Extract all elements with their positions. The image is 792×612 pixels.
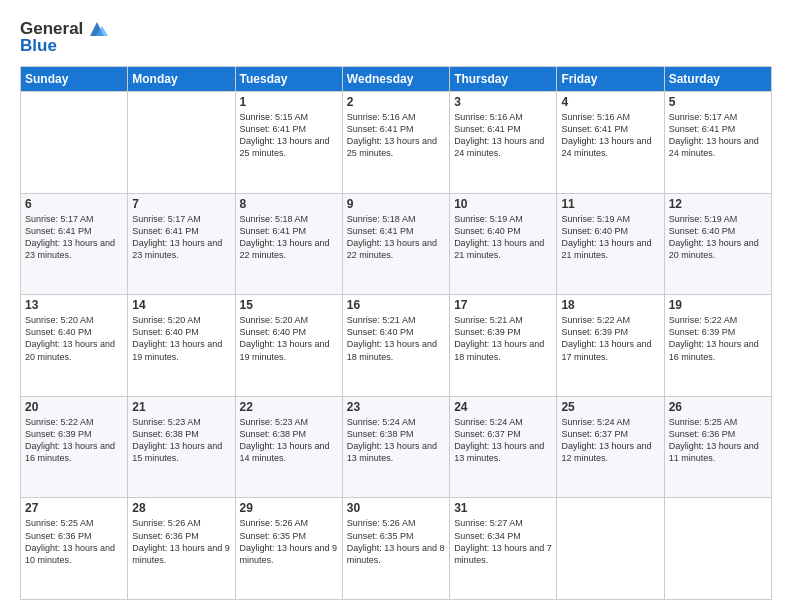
day-number: 19	[669, 298, 767, 312]
header: General Blue	[20, 18, 772, 56]
day-number: 11	[561, 197, 659, 211]
calendar-cell	[128, 92, 235, 194]
day-detail: Sunrise: 5:19 AMSunset: 6:40 PMDaylight:…	[561, 213, 659, 262]
weekday-header-thursday: Thursday	[450, 67, 557, 92]
logo-icon	[86, 18, 108, 40]
weekday-header-wednesday: Wednesday	[342, 67, 449, 92]
day-detail: Sunrise: 5:16 AMSunset: 6:41 PMDaylight:…	[454, 111, 552, 160]
day-detail: Sunrise: 5:22 AMSunset: 6:39 PMDaylight:…	[561, 314, 659, 363]
day-number: 18	[561, 298, 659, 312]
calendar-cell	[664, 498, 771, 600]
calendar-cell: 17Sunrise: 5:21 AMSunset: 6:39 PMDayligh…	[450, 295, 557, 397]
calendar-cell	[557, 498, 664, 600]
day-number: 7	[132, 197, 230, 211]
calendar-cell: 20Sunrise: 5:22 AMSunset: 6:39 PMDayligh…	[21, 396, 128, 498]
day-detail: Sunrise: 5:17 AMSunset: 6:41 PMDaylight:…	[669, 111, 767, 160]
day-detail: Sunrise: 5:20 AMSunset: 6:40 PMDaylight:…	[132, 314, 230, 363]
day-detail: Sunrise: 5:27 AMSunset: 6:34 PMDaylight:…	[454, 517, 552, 566]
day-detail: Sunrise: 5:17 AMSunset: 6:41 PMDaylight:…	[132, 213, 230, 262]
calendar-cell: 29Sunrise: 5:26 AMSunset: 6:35 PMDayligh…	[235, 498, 342, 600]
calendar-cell: 28Sunrise: 5:26 AMSunset: 6:36 PMDayligh…	[128, 498, 235, 600]
calendar-cell: 6Sunrise: 5:17 AMSunset: 6:41 PMDaylight…	[21, 193, 128, 295]
weekday-header-saturday: Saturday	[664, 67, 771, 92]
day-number: 2	[347, 95, 445, 109]
day-detail: Sunrise: 5:24 AMSunset: 6:37 PMDaylight:…	[454, 416, 552, 465]
day-detail: Sunrise: 5:24 AMSunset: 6:38 PMDaylight:…	[347, 416, 445, 465]
day-detail: Sunrise: 5:21 AMSunset: 6:40 PMDaylight:…	[347, 314, 445, 363]
calendar-cell: 19Sunrise: 5:22 AMSunset: 6:39 PMDayligh…	[664, 295, 771, 397]
day-detail: Sunrise: 5:26 AMSunset: 6:36 PMDaylight:…	[132, 517, 230, 566]
calendar-cell	[21, 92, 128, 194]
day-number: 28	[132, 501, 230, 515]
calendar-table: SundayMondayTuesdayWednesdayThursdayFrid…	[20, 66, 772, 600]
calendar-cell: 3Sunrise: 5:16 AMSunset: 6:41 PMDaylight…	[450, 92, 557, 194]
day-detail: Sunrise: 5:25 AMSunset: 6:36 PMDaylight:…	[669, 416, 767, 465]
calendar-cell: 24Sunrise: 5:24 AMSunset: 6:37 PMDayligh…	[450, 396, 557, 498]
day-detail: Sunrise: 5:17 AMSunset: 6:41 PMDaylight:…	[25, 213, 123, 262]
day-detail: Sunrise: 5:16 AMSunset: 6:41 PMDaylight:…	[347, 111, 445, 160]
day-detail: Sunrise: 5:21 AMSunset: 6:39 PMDaylight:…	[454, 314, 552, 363]
day-detail: Sunrise: 5:23 AMSunset: 6:38 PMDaylight:…	[132, 416, 230, 465]
day-detail: Sunrise: 5:20 AMSunset: 6:40 PMDaylight:…	[25, 314, 123, 363]
calendar-cell: 21Sunrise: 5:23 AMSunset: 6:38 PMDayligh…	[128, 396, 235, 498]
day-number: 30	[347, 501, 445, 515]
calendar-week-2: 6Sunrise: 5:17 AMSunset: 6:41 PMDaylight…	[21, 193, 772, 295]
calendar-cell: 15Sunrise: 5:20 AMSunset: 6:40 PMDayligh…	[235, 295, 342, 397]
day-number: 26	[669, 400, 767, 414]
day-number: 15	[240, 298, 338, 312]
day-detail: Sunrise: 5:26 AMSunset: 6:35 PMDaylight:…	[347, 517, 445, 566]
day-number: 31	[454, 501, 552, 515]
weekday-header-friday: Friday	[557, 67, 664, 92]
day-detail: Sunrise: 5:19 AMSunset: 6:40 PMDaylight:…	[669, 213, 767, 262]
day-detail: Sunrise: 5:24 AMSunset: 6:37 PMDaylight:…	[561, 416, 659, 465]
day-detail: Sunrise: 5:19 AMSunset: 6:40 PMDaylight:…	[454, 213, 552, 262]
calendar-cell: 11Sunrise: 5:19 AMSunset: 6:40 PMDayligh…	[557, 193, 664, 295]
calendar-cell: 9Sunrise: 5:18 AMSunset: 6:41 PMDaylight…	[342, 193, 449, 295]
calendar-cell: 18Sunrise: 5:22 AMSunset: 6:39 PMDayligh…	[557, 295, 664, 397]
calendar-cell: 2Sunrise: 5:16 AMSunset: 6:41 PMDaylight…	[342, 92, 449, 194]
day-number: 8	[240, 197, 338, 211]
calendar-cell: 16Sunrise: 5:21 AMSunset: 6:40 PMDayligh…	[342, 295, 449, 397]
day-number: 20	[25, 400, 123, 414]
day-number: 12	[669, 197, 767, 211]
day-number: 10	[454, 197, 552, 211]
calendar-cell: 14Sunrise: 5:20 AMSunset: 6:40 PMDayligh…	[128, 295, 235, 397]
calendar-cell: 26Sunrise: 5:25 AMSunset: 6:36 PMDayligh…	[664, 396, 771, 498]
day-detail: Sunrise: 5:26 AMSunset: 6:35 PMDaylight:…	[240, 517, 338, 566]
calendar-cell: 1Sunrise: 5:15 AMSunset: 6:41 PMDaylight…	[235, 92, 342, 194]
calendar-cell: 10Sunrise: 5:19 AMSunset: 6:40 PMDayligh…	[450, 193, 557, 295]
day-detail: Sunrise: 5:20 AMSunset: 6:40 PMDaylight:…	[240, 314, 338, 363]
day-number: 3	[454, 95, 552, 109]
day-number: 1	[240, 95, 338, 109]
day-number: 29	[240, 501, 338, 515]
calendar-cell: 23Sunrise: 5:24 AMSunset: 6:38 PMDayligh…	[342, 396, 449, 498]
calendar-cell: 7Sunrise: 5:17 AMSunset: 6:41 PMDaylight…	[128, 193, 235, 295]
calendar-cell: 12Sunrise: 5:19 AMSunset: 6:40 PMDayligh…	[664, 193, 771, 295]
calendar-cell: 5Sunrise: 5:17 AMSunset: 6:41 PMDaylight…	[664, 92, 771, 194]
calendar-cell: 25Sunrise: 5:24 AMSunset: 6:37 PMDayligh…	[557, 396, 664, 498]
calendar-cell: 30Sunrise: 5:26 AMSunset: 6:35 PMDayligh…	[342, 498, 449, 600]
weekday-header-row: SundayMondayTuesdayWednesdayThursdayFrid…	[21, 67, 772, 92]
day-number: 27	[25, 501, 123, 515]
calendar-cell: 22Sunrise: 5:23 AMSunset: 6:38 PMDayligh…	[235, 396, 342, 498]
day-number: 14	[132, 298, 230, 312]
day-detail: Sunrise: 5:15 AMSunset: 6:41 PMDaylight:…	[240, 111, 338, 160]
calendar-cell: 4Sunrise: 5:16 AMSunset: 6:41 PMDaylight…	[557, 92, 664, 194]
day-detail: Sunrise: 5:25 AMSunset: 6:36 PMDaylight:…	[25, 517, 123, 566]
day-number: 13	[25, 298, 123, 312]
day-number: 17	[454, 298, 552, 312]
day-detail: Sunrise: 5:22 AMSunset: 6:39 PMDaylight:…	[669, 314, 767, 363]
day-number: 23	[347, 400, 445, 414]
day-number: 22	[240, 400, 338, 414]
weekday-header-sunday: Sunday	[21, 67, 128, 92]
day-detail: Sunrise: 5:16 AMSunset: 6:41 PMDaylight:…	[561, 111, 659, 160]
day-number: 4	[561, 95, 659, 109]
logo: General Blue	[20, 18, 108, 56]
day-detail: Sunrise: 5:18 AMSunset: 6:41 PMDaylight:…	[240, 213, 338, 262]
calendar-cell: 8Sunrise: 5:18 AMSunset: 6:41 PMDaylight…	[235, 193, 342, 295]
day-number: 5	[669, 95, 767, 109]
day-detail: Sunrise: 5:22 AMSunset: 6:39 PMDaylight:…	[25, 416, 123, 465]
day-number: 9	[347, 197, 445, 211]
calendar-week-1: 1Sunrise: 5:15 AMSunset: 6:41 PMDaylight…	[21, 92, 772, 194]
day-number: 25	[561, 400, 659, 414]
